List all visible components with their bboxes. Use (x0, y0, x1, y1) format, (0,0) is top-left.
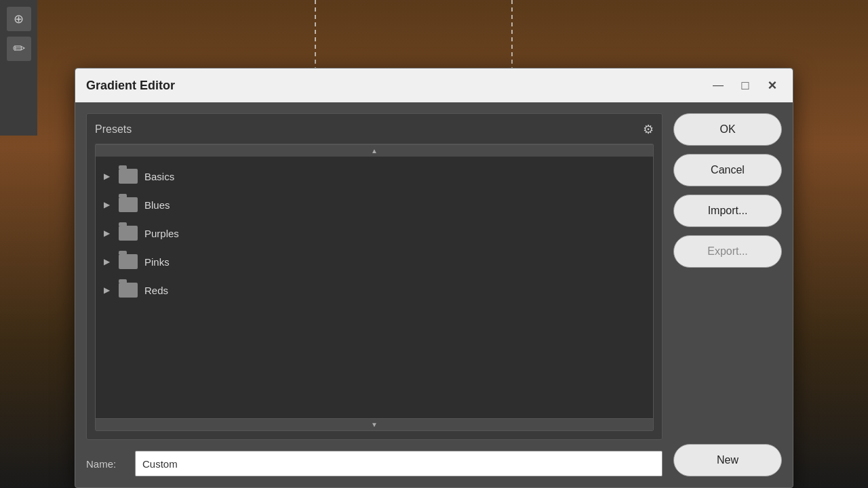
list-item[interactable]: ▶Reds (96, 276, 653, 304)
settings-icon[interactable]: ⚙ (643, 122, 654, 137)
toolbar: ⊕ ✏ (0, 0, 37, 136)
right-panel: OK Cancel Import... Export... New (673, 113, 782, 476)
new-button[interactable]: New (673, 444, 782, 476)
export-button[interactable]: Export... (673, 235, 782, 268)
name-row: Name: (86, 451, 663, 476)
preset-name: Purples (144, 228, 179, 239)
preset-name: Reds (144, 285, 168, 296)
left-panel: Presets ⚙ ▲ ▶Basics▶Blues▶Purples▶Pinks▶… (86, 113, 663, 476)
import-button[interactable]: Import... (673, 195, 782, 227)
tool-icon-top[interactable]: ⊕ (7, 7, 31, 31)
scroll-up-button[interactable]: ▲ (96, 144, 653, 157)
close-button[interactable]: × (763, 76, 782, 95)
scroll-down-button[interactable]: ▼ (96, 418, 653, 430)
presets-header: Presets ⚙ (95, 122, 654, 137)
folder-icon (119, 169, 138, 184)
chevron-right-icon: ▶ (104, 200, 112, 209)
list-item[interactable]: ▶Pinks (96, 247, 653, 276)
title-bar: Gradient Editor — □ × (75, 68, 793, 102)
folder-icon (119, 197, 138, 212)
presets-label: Presets (95, 123, 132, 136)
gradient-editor-dialog: Gradient Editor — □ × Presets ⚙ ▲ ▶Basic… (75, 68, 793, 488)
chevron-right-icon: ▶ (104, 228, 112, 238)
dialog-title: Gradient Editor (86, 79, 175, 93)
folder-icon (119, 254, 138, 269)
cancel-button[interactable]: Cancel (673, 154, 782, 186)
presets-section: Presets ⚙ ▲ ▶Basics▶Blues▶Purples▶Pinks▶… (86, 113, 663, 440)
ok-button[interactable]: OK (673, 113, 782, 146)
chevron-right-icon: ▶ (104, 171, 112, 181)
title-controls: — □ × (709, 76, 782, 95)
tool-icon-brush[interactable]: ✏ (7, 37, 31, 61)
list-item[interactable]: ▶Basics (96, 162, 653, 190)
preset-name: Blues (144, 199, 170, 211)
folder-icon (119, 226, 138, 241)
chevron-right-icon: ▶ (104, 257, 112, 266)
name-input[interactable] (135, 451, 663, 476)
presets-list-container: ▲ ▶Basics▶Blues▶Purples▶Pinks▶Reds ▼ (95, 144, 654, 431)
folder-icon (119, 283, 138, 298)
presets-list[interactable]: ▶Basics▶Blues▶Purples▶Pinks▶Reds (96, 157, 653, 418)
preset-name: Basics (144, 171, 174, 182)
chevron-right-icon: ▶ (104, 285, 112, 295)
dialog-body: Presets ⚙ ▲ ▶Basics▶Blues▶Purples▶Pinks▶… (75, 102, 793, 487)
maximize-button[interactable]: □ (736, 76, 755, 95)
name-label: Name: (86, 458, 127, 470)
list-item[interactable]: ▶Purples (96, 219, 653, 247)
list-item[interactable]: ▶Blues (96, 190, 653, 219)
preset-name: Pinks (144, 256, 170, 268)
minimize-button[interactable]: — (709, 76, 728, 95)
